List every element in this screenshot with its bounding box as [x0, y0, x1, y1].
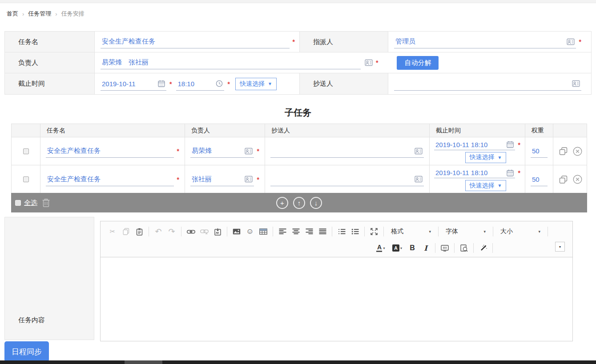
schedule-sync-button[interactable]: 日程同步 — [4, 341, 49, 362]
caret-down-icon: ▾ — [483, 229, 486, 234]
editor-toolbar: ✂ ↶ ↷ — [101, 221, 572, 257]
auto-split-button[interactable]: 自动分解 — [397, 56, 439, 70]
caret-down-icon: ▾ — [538, 229, 540, 234]
form-row-owner: 负责人 易荣烽 张社丽 * 自动分解 — [5, 52, 591, 73]
header-owner: 负责人 — [185, 124, 265, 137]
dropdown-triangle-icon: ▼ — [498, 155, 502, 160]
task-name-input[interactable]: 安全生产检查任务 — [101, 35, 290, 48]
contact-picker-icon[interactable] — [365, 59, 373, 66]
italic-icon[interactable]: I — [419, 242, 432, 254]
subtask-cc-input[interactable] — [270, 144, 424, 158]
subtask-deadline-row: 2019-10-11 18:10 * — [434, 140, 520, 150]
contact-picker-icon[interactable] — [567, 38, 575, 45]
copy-row-icon[interactable] — [559, 147, 568, 155]
unlink-icon[interactable] — [197, 226, 211, 237]
task-content-label-cell: 任务内容 — [4, 217, 94, 340]
size-dropdown[interactable]: 大小▾ — [497, 226, 544, 237]
cc-input[interactable] — [394, 77, 581, 91]
required-asterisk: * — [169, 80, 172, 88]
subtask-deadline-input[interactable]: 2019-10-11 18:10 — [434, 140, 515, 150]
toolbar-collapse-button[interactable]: ▾ — [555, 242, 565, 252]
form-row-deadline: 截止时间 2019-10-11 * 18:10 * 快速选择 — [5, 73, 591, 94]
align-justify-icon[interactable] — [316, 226, 329, 237]
image-icon[interactable] — [230, 226, 243, 237]
subtask-row: 安全生产检查任务 * 易荣烽 * — [12, 137, 587, 165]
toolbar-separator — [227, 227, 227, 236]
quick-select-button[interactable]: 快速选择 ▼ — [465, 180, 507, 191]
horizontal-scrollbar[interactable] — [0, 360, 596, 364]
unordered-list-icon[interactable] — [348, 226, 362, 237]
row-checkbox[interactable] — [23, 176, 29, 182]
row-checkbox[interactable] — [23, 148, 29, 154]
dropdown-triangle-icon: ▼ — [268, 81, 272, 86]
contact-picker-icon[interactable] — [572, 80, 580, 87]
subtask-cc-input[interactable] — [270, 173, 424, 186]
calendar-icon[interactable] — [507, 169, 514, 176]
contact-picker-icon[interactable] — [415, 148, 423, 155]
deadline-cell: 2019-10-11 * 18:10 * 快速选择 ▼ — [95, 73, 299, 94]
subtask-deadline-input[interactable]: 2019-10-11 18:10 — [434, 168, 515, 178]
format-dropdown[interactable]: 格式▾ — [388, 226, 434, 237]
magic-wand-icon[interactable] — [476, 242, 490, 254]
table-icon[interactable] — [257, 226, 270, 237]
subtask-weight-input[interactable]: 50 — [531, 173, 548, 186]
align-left-icon[interactable] — [276, 226, 289, 237]
link-icon[interactable] — [184, 226, 197, 237]
calendar-icon[interactable] — [158, 80, 165, 87]
clock-icon[interactable] — [216, 80, 223, 87]
required-asterisk: * — [518, 141, 520, 148]
owner-input[interactable]: 易荣烽 张社丽 — [101, 56, 361, 69]
subtask-name-input[interactable]: 安全生产检查任务 — [46, 144, 174, 158]
align-center-icon[interactable] — [289, 226, 302, 237]
contact-picker-icon[interactable] — [245, 148, 253, 155]
required-asterisk: * — [257, 148, 259, 155]
maximize-icon[interactable] — [367, 226, 381, 237]
toolbar-separator — [149, 227, 149, 236]
contact-picker-icon[interactable] — [245, 176, 253, 183]
cut-icon[interactable]: ✂ — [106, 226, 119, 237]
undo-icon[interactable]: ↶ — [152, 226, 165, 237]
quick-select-button[interactable]: 快速选择 ▼ — [235, 78, 277, 90]
font-dropdown[interactable]: 字体▾ — [443, 226, 489, 237]
subtask-name-input[interactable]: 安全生产检查任务 — [46, 173, 174, 186]
redo-icon[interactable]: ↷ — [165, 226, 178, 237]
caret-down-icon: ▾ — [400, 246, 402, 250]
editor-content-area[interactable] — [101, 257, 572, 341]
required-asterisk: * — [227, 80, 230, 88]
calendar-icon[interactable] — [507, 141, 514, 148]
align-right-icon[interactable] — [302, 226, 316, 237]
anchor-icon[interactable] — [211, 226, 224, 237]
remove-row-icon[interactable] — [573, 175, 582, 184]
ordered-list-icon[interactable] — [335, 226, 348, 237]
deadline-time-input[interactable]: 18:10 — [176, 77, 224, 91]
scrollbar-thumb[interactable] — [125, 360, 162, 364]
copy-icon[interactable] — [119, 226, 133, 237]
subtask-owner-input[interactable]: 张社丽 — [190, 173, 254, 186]
header-weight: 权重 — [525, 124, 553, 137]
assigner-input[interactable]: 管理员 — [394, 35, 576, 48]
bold-icon[interactable]: B — [406, 242, 419, 254]
subtask-deadline-row: 2019-10-11 18:10 * — [434, 168, 520, 178]
required-asterisk: * — [579, 38, 581, 45]
subtask-weight-input[interactable]: 50 — [531, 144, 548, 158]
background-color-icon[interactable]: A ▾ — [389, 242, 406, 254]
quick-select-button[interactable]: 快速选择 ▼ — [465, 152, 507, 163]
text-color-icon[interactable]: A ▾ — [373, 242, 389, 254]
header-checkbox-col — [12, 124, 40, 137]
toolbar-separator — [473, 243, 474, 253]
media-embed-icon[interactable] — [438, 242, 451, 254]
caret-down-icon: ▾ — [383, 246, 385, 250]
paste-icon[interactable] — [133, 226, 146, 237]
smiley-icon[interactable]: ☺ — [243, 226, 257, 237]
deadline-date-input[interactable]: 2019-10-11 — [101, 77, 166, 91]
add-row-icon[interactable]: + — [276, 197, 288, 209]
copy-row-icon[interactable] — [559, 176, 568, 184]
move-up-icon[interactable]: ↑ — [293, 197, 305, 209]
subtask-owner-input[interactable]: 易荣烽 — [190, 144, 254, 158]
preview-icon[interactable] — [457, 242, 471, 254]
contact-picker-icon[interactable] — [415, 176, 423, 183]
breadcrumb-task-management[interactable]: 任务管理 — [28, 10, 51, 18]
breadcrumb-home[interactable]: 首页 — [7, 10, 18, 18]
remove-row-icon[interactable] — [573, 147, 582, 156]
move-down-icon[interactable]: ↓ — [310, 197, 322, 209]
